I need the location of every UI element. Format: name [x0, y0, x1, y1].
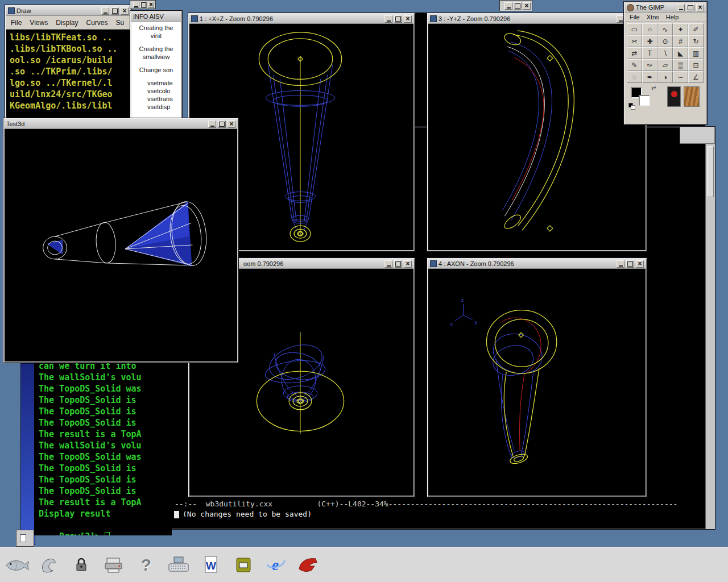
maximize-button[interactable]: [514, 2, 522, 10]
menu-help[interactable]: Help: [666, 14, 679, 20]
tool-ink-button[interactable]: ✒: [642, 71, 657, 83]
minimize-button[interactable]: [617, 260, 624, 268]
tool-airbrush-button[interactable]: ▒: [673, 59, 688, 71]
terminal-cursor: [105, 532, 110, 535]
close-button[interactable]: [404, 260, 412, 268]
close-button[interactable]: [696, 4, 704, 11]
menu-file[interactable]: File: [630, 14, 640, 20]
close-button[interactable]: [636, 260, 644, 268]
fish-icon[interactable]: [3, 552, 30, 578]
viewport3-canvas[interactable]: [428, 24, 646, 250]
gimp-titlebar[interactable]: The GIMP: [625, 3, 706, 13]
menu-views[interactable]: Views: [30, 19, 48, 27]
close-button[interactable]: [228, 120, 235, 128]
tool-move-button[interactable]: ✚: [642, 35, 657, 47]
menu-surfaces[interactable]: Su: [116, 19, 125, 27]
tool-bezier-select-button[interactable]: ✐: [688, 23, 704, 35]
minimize-button[interactable]: [384, 260, 392, 268]
tool-free-select-button[interactable]: ∿: [657, 23, 673, 35]
tool-measure-button[interactable]: ∠: [688, 71, 704, 83]
tool-pencil-button[interactable]: ✎: [627, 59, 642, 71]
draw-titlebar[interactable]: Draw: [6, 6, 130, 16]
tool-flip-button[interactable]: ⇄: [627, 47, 642, 59]
minimize-button[interactable]: [504, 2, 512, 10]
viewport4-titlebar[interactable]: 4 : AXON - Zoom 0.790296: [428, 259, 646, 269]
window-menu-icon[interactable]: [8, 7, 15, 14]
draw-console[interactable]: libs/libTKFeat.so .. .libs/libTKBool.so …: [6, 30, 130, 119]
tool-blend-button[interactable]: ▥: [688, 47, 704, 59]
emacs-scrollbar[interactable]: [705, 144, 715, 529]
close-button[interactable]: [523, 2, 531, 10]
menu-file[interactable]: File: [11, 19, 22, 27]
tool-dodge-burn-button[interactable]: ◑: [657, 71, 673, 83]
shaded-cone-render: [5, 129, 237, 361]
svg-text:z: z: [461, 297, 464, 303]
minimize-button[interactable]: [133, 2, 139, 8]
minimize-button[interactable]: [384, 15, 392, 23]
default-colors-icon[interactable]: [628, 103, 633, 107]
window-fragment: [499, 0, 532, 11]
menu-xtns[interactable]: Xtns: [647, 14, 659, 20]
viewport3-window: 3 : -Y+Z - Zoom 0.790296: [427, 13, 647, 252]
swap-colors-icon[interactable]: [651, 85, 656, 91]
tool-fuzzy-select-button[interactable]: ✦: [673, 23, 688, 35]
tool-bucket-fill-button[interactable]: ◣: [673, 47, 688, 59]
background-color-swatch[interactable]: [639, 95, 650, 106]
minimize-button[interactable]: [208, 120, 216, 128]
internet-explorer-icon[interactable]: e: [263, 552, 289, 578]
maximize-button[interactable]: [218, 120, 226, 128]
image-app-icon[interactable]: [230, 552, 257, 578]
maximize-button[interactable]: [626, 260, 634, 268]
info-titlebar[interactable]: INFO AISV: [131, 12, 181, 22]
terminal-window[interactable]: can we turn it into The wallSolid's volu…: [34, 357, 172, 535]
console-line: .libs/libTKBool.so ..: [10, 43, 127, 55]
menu-display[interactable]: Display: [56, 19, 78, 27]
viewport1-titlebar[interactable]: 1 : +X+Z - Zoom 0.790296: [189, 14, 413, 24]
window-fragment: [16, 530, 34, 547]
window-menu-icon[interactable]: [430, 15, 437, 22]
tool-paintbrush-button[interactable]: ✑: [642, 59, 657, 71]
close-button[interactable]: [404, 15, 412, 23]
tool-convolve-button[interactable]: ◌: [627, 71, 642, 83]
tool-rect-select-button[interactable]: ▭: [627, 23, 642, 35]
tool-scissors-button[interactable]: ✂: [627, 35, 642, 47]
close-button[interactable]: [148, 2, 154, 8]
window-menu-icon[interactable]: [430, 260, 437, 267]
tool-crop-button[interactable]: #: [673, 35, 688, 47]
maximize-button[interactable]: [111, 7, 119, 15]
viewport3-titlebar[interactable]: 3 : -Y+Z - Zoom 0.790296: [428, 14, 646, 24]
maximize-button[interactable]: [394, 260, 402, 268]
lock-icon[interactable]: [68, 552, 94, 578]
help-icon[interactable]: [133, 552, 159, 578]
window-menu-icon[interactable]: [191, 15, 198, 22]
viewport4-canvas[interactable]: z x y: [428, 269, 646, 496]
printer-icon[interactable]: [101, 552, 127, 578]
info-line: Creating the: [131, 45, 181, 53]
word-icon[interactable]: W: [198, 552, 224, 578]
menu-curves[interactable]: Curves: [86, 19, 108, 27]
terminal-launcher-icon[interactable]: [166, 552, 192, 578]
test3d-titlebar[interactable]: Test3d: [5, 119, 237, 129]
maximize-button[interactable]: [394, 15, 402, 23]
maximize-button[interactable]: [140, 2, 147, 8]
close-button[interactable]: [121, 7, 129, 15]
minimize-button[interactable]: [101, 7, 109, 15]
minimize-button[interactable]: [677, 4, 685, 11]
scrollbar-thumb[interactable]: [707, 146, 714, 197]
brush-indicator[interactable]: [667, 86, 681, 107]
tool-color-picker-button[interactable]: ∖: [657, 47, 673, 59]
tool-smudge-button[interactable]: ∼: [673, 71, 688, 83]
tool-clone-button[interactable]: ⊡: [688, 59, 704, 71]
mozilla-icon[interactable]: [295, 552, 321, 578]
hand-icon[interactable]: [36, 552, 62, 578]
test3d-canvas[interactable]: [5, 129, 237, 361]
window-title: Test3d: [6, 120, 206, 127]
tool-magnify-button[interactable]: ⊙: [657, 35, 673, 47]
maximize-button[interactable]: [686, 4, 694, 11]
tool-transform-button[interactable]: ↻: [688, 35, 704, 47]
emacs-minibuffer[interactable]: (No changes need to be saved): [174, 510, 677, 519]
pattern-indicator[interactable]: [684, 86, 700, 107]
tool-text-button[interactable]: T: [642, 47, 657, 59]
tool-ellipse-select-button[interactable]: ○: [642, 23, 657, 35]
tool-eraser-button[interactable]: ▱: [657, 59, 673, 71]
